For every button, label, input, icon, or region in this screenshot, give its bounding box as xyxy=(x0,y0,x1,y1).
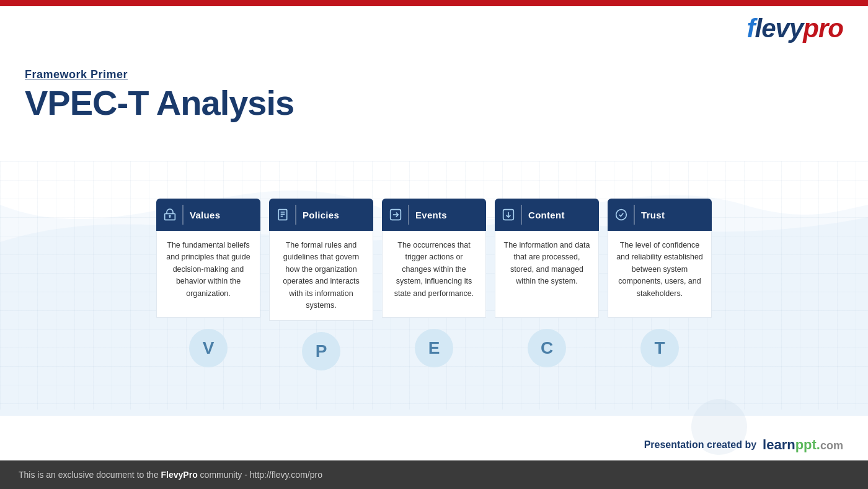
logo-f: f xyxy=(747,14,755,43)
logo-area: flevypro xyxy=(747,14,843,43)
card-policies-header: Policies xyxy=(269,199,373,231)
content-icon xyxy=(502,205,522,225)
learnppt-learn: learn xyxy=(763,437,795,452)
top-bar xyxy=(0,0,868,6)
svg-point-11 xyxy=(616,210,627,220)
events-title: Events xyxy=(415,210,447,220)
logo-flevy: levy xyxy=(755,14,804,43)
credit-area: Presentation created by learnppt.com xyxy=(644,437,843,453)
policies-icon xyxy=(277,205,296,225)
content-title: Content xyxy=(528,210,565,220)
card-trust: Trust The level of confidence and reliab… xyxy=(608,199,712,370)
header-section: Framework Primer VPEC-T Analysis xyxy=(25,68,294,122)
trust-title: Trust xyxy=(641,210,665,220)
main-title: VPEC-T Analysis xyxy=(25,84,294,122)
svg-point-2 xyxy=(169,215,170,217)
events-description: The occurrences that trigger actions or … xyxy=(382,231,486,318)
framework-primer-label: Framework Primer xyxy=(25,68,294,81)
cards-container: Values The fundamental beliefs and princ… xyxy=(156,199,712,370)
values-letter: V xyxy=(189,329,228,367)
card-values-header: Values xyxy=(156,199,260,231)
footer-text: This is an exclusive document to the Fle… xyxy=(19,470,322,480)
policies-title: Policies xyxy=(303,210,339,220)
bottom-bar: This is an exclusive document to the Fle… xyxy=(0,460,868,489)
learnppt-com: com xyxy=(820,439,843,452)
values-description: The fundamental beliefs and principles t… xyxy=(156,231,260,318)
card-trust-header: Trust xyxy=(608,199,712,231)
footer-text-end: community - http://flevy.com/pro xyxy=(198,470,322,480)
card-events-header: Events xyxy=(382,199,486,231)
values-icon xyxy=(164,205,184,225)
card-content-header: Content xyxy=(495,199,599,231)
credit-label: Presentation created by xyxy=(644,439,756,451)
footer-text-normal: This is an exclusive document to the xyxy=(19,470,161,480)
card-policies: Policies The formal rules and guidelines… xyxy=(269,199,373,370)
content-letter: C xyxy=(528,329,566,367)
policies-letter: P xyxy=(302,332,340,370)
policies-description: The formal rules and guidelines that gov… xyxy=(269,231,373,321)
trust-icon xyxy=(615,205,635,225)
content-description: The information and data that are proces… xyxy=(495,231,599,318)
learnppt-logo: learnppt.com xyxy=(763,437,843,453)
events-letter: E xyxy=(415,329,453,367)
card-values: Values The fundamental beliefs and princ… xyxy=(156,199,260,370)
card-events: Events The occurrences that trigger acti… xyxy=(382,199,486,370)
trust-description: The level of confidence and reliability … xyxy=(608,231,712,318)
card-content: Content The information and data that ar… xyxy=(495,199,599,370)
logo-pro: pro xyxy=(803,14,843,43)
events-icon xyxy=(389,205,409,225)
learnppt-ppt: ppt xyxy=(795,437,817,452)
trust-letter: T xyxy=(640,329,679,367)
footer-text-bold: FlevyPro xyxy=(161,470,198,480)
values-title: Values xyxy=(190,210,220,220)
